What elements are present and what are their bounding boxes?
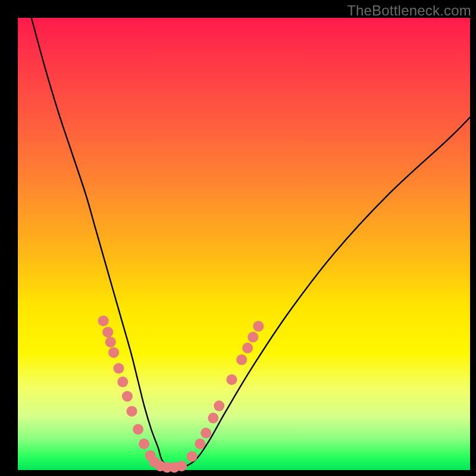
plot-area: [18, 18, 470, 470]
scatter-point: [127, 406, 137, 416]
scatter-point: [242, 343, 253, 353]
scatter-point: [208, 413, 218, 424]
scatter-point: [187, 451, 198, 462]
scatter-point: [113, 363, 124, 374]
chart-svg: [18, 18, 470, 470]
scatter-point: [105, 337, 116, 347]
scatter-point: [253, 321, 264, 331]
scatter-point: [102, 327, 113, 337]
scatter-point: [195, 439, 205, 449]
scatter-point: [108, 347, 119, 358]
scatter-point: [117, 377, 128, 387]
scatter-point: [122, 391, 133, 402]
scatter-point: [201, 428, 211, 439]
highlighted-points: [98, 315, 264, 472]
scatter-point: [139, 439, 149, 449]
scatter-point: [98, 315, 109, 326]
watermark-text: TheBottleneck.com: [347, 2, 471, 19]
scatter-point: [176, 461, 187, 471]
scatter-point: [214, 400, 224, 411]
scatter-point: [226, 374, 237, 385]
scatter-point: [133, 424, 143, 435]
scatter-point: [248, 332, 258, 343]
scatter-point: [236, 355, 247, 365]
bottleneck-curve: [32, 18, 470, 469]
chart-frame: TheBottleneck.com: [0, 0, 476, 476]
